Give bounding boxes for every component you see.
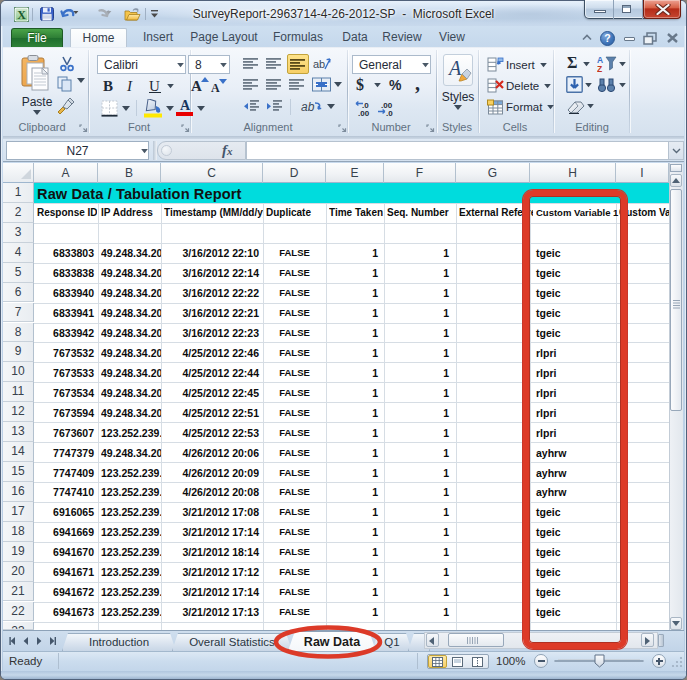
svg-text:.00: .00 (358, 109, 370, 117)
svg-text:ab: ab (313, 58, 325, 70)
svg-text:ab: ab (301, 100, 315, 114)
svg-text:Z: Z (597, 64, 602, 73)
svg-text:.0: .0 (386, 109, 393, 117)
svg-text:?: ? (604, 32, 610, 44)
